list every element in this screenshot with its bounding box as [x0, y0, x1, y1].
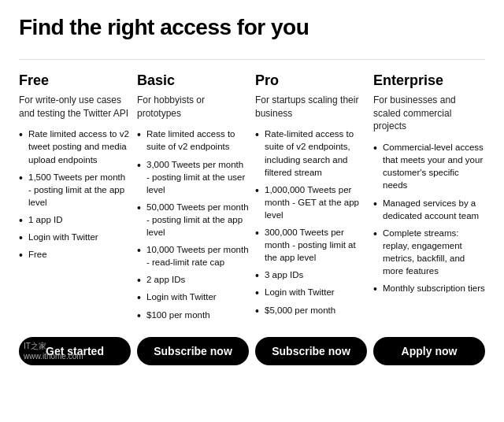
- list-item: 3 app IDs: [255, 268, 367, 281]
- plan-free: FreeFor write-only use cases and testing…: [19, 72, 131, 365]
- list-item: Rate-limited access to suite of v2 endpo…: [255, 128, 367, 178]
- plan-enterprise-features: Commercial-level access that meets your …: [373, 141, 485, 325]
- plan-pro-button[interactable]: Subscribe now: [255, 337, 367, 365]
- list-item: Rate limited access to v2 tweet posting …: [19, 128, 131, 165]
- plan-basic-description: For hobbyists or prototypes: [137, 94, 249, 120]
- list-item: 1,000,000 Tweets per month - GET at the …: [255, 183, 367, 221]
- list-item: Login with Twitter: [19, 231, 131, 243]
- list-item: Free: [19, 248, 131, 261]
- list-item: Managed services by a dedicated account …: [373, 197, 485, 222]
- plan-basic-features: Rate limited access to suite of v2 endpo…: [137, 128, 249, 325]
- plan-enterprise: EnterpriseFor businesses and scaled comm…: [373, 72, 485, 365]
- list-item: Rate limited access to suite of v2 endpo…: [137, 128, 249, 153]
- plan-basic: BasicFor hobbyists or prototypesRate lim…: [137, 72, 249, 365]
- list-item: Login with Twitter: [255, 286, 367, 298]
- page-title: Find the right access for you: [19, 16, 485, 40]
- plan-pro-title: Pro: [255, 72, 367, 89]
- list-item: $100 per month: [137, 309, 249, 321]
- plan-pro-features: Rate-limited access to suite of v2 endpo…: [255, 128, 367, 325]
- plans-grid: FreeFor write-only use cases and testing…: [19, 72, 485, 365]
- plan-free-title: Free: [19, 72, 131, 89]
- plan-free-features: Rate limited access to v2 tweet posting …: [19, 128, 131, 325]
- list-item: Login with Twitter: [137, 291, 249, 303]
- list-item: 1 app ID: [19, 213, 131, 226]
- plan-free-description: For write-only use cases and testing the…: [19, 94, 131, 120]
- plan-enterprise-button[interactable]: Apply now: [373, 337, 485, 365]
- plan-enterprise-title: Enterprise: [373, 72, 485, 89]
- list-item: 1,500 Tweets per month - posting limit a…: [19, 171, 131, 209]
- list-item: 2 app IDs: [137, 273, 249, 286]
- list-item: Monthly subscription tiers: [373, 282, 485, 294]
- list-item: 3,000 Tweets per month - posting limit a…: [137, 158, 249, 196]
- list-item: 300,000 Tweets per month - posting limit…: [255, 226, 367, 264]
- plan-pro-description: For startups scaling their business: [255, 94, 367, 120]
- plan-basic-title: Basic: [137, 72, 249, 89]
- list-item: $5,000 per month: [255, 304, 367, 316]
- list-item: Complete streams: replay, engagement met…: [373, 227, 485, 277]
- plan-basic-button[interactable]: Subscribe now: [137, 337, 249, 365]
- list-item: Commercial-level access that meets your …: [373, 141, 485, 191]
- list-item: 10,000 Tweets per month - read-limit rat…: [137, 243, 249, 268]
- plan-pro: ProFor startups scaling their businessRa…: [255, 72, 367, 365]
- list-item: 50,000 Tweets per month - posting limit …: [137, 201, 249, 239]
- watermark: IT之家 www.ithome.com: [24, 341, 83, 361]
- plan-enterprise-description: For businesses and scaled commercial pro…: [373, 94, 485, 133]
